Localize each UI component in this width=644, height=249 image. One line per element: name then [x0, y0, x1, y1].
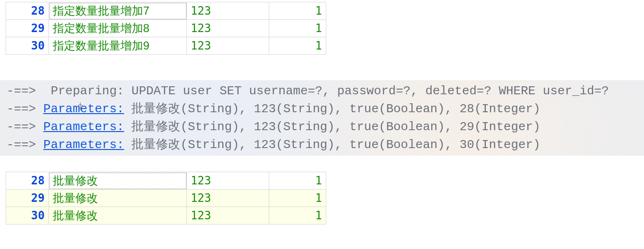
cell-name[interactable]: 指定数量批量增加7 — [49, 2, 187, 20]
cell-deleted[interactable]: 1 — [269, 20, 326, 37]
cell-deleted[interactable]: 1 — [269, 37, 326, 55]
cell-password[interactable]: 123 — [187, 2, 269, 20]
cell-password-text: 123 — [187, 37, 269, 54]
cell-deleted[interactable]: 1 — [269, 172, 326, 190]
log-preparing-label: Preparing: — [51, 84, 124, 98]
log-parameters-link[interactable]: Parameters: — [43, 138, 124, 152]
log-line-parameters: -==> Parameters: 批量修改(String), 123(Strin… — [7, 136, 644, 154]
cell-deleted[interactable]: 1 — [269, 2, 326, 20]
cell-deleted[interactable]: 1 — [269, 207, 326, 224]
table-row[interactable]: 30 批量修改 123 1 — [6, 207, 326, 224]
log-line-parameters: -==> Parameters: 批量修改(String), 123(Strin… — [7, 100, 644, 118]
cell-deleted-text: 1 — [269, 190, 326, 207]
cell-name[interactable]: 批量修改 — [49, 190, 187, 207]
table-row[interactable]: 29 批量修改 123 1 — [6, 190, 326, 207]
log-arrow: -==> — [7, 138, 36, 152]
cell-name[interactable]: 指定数量批量增加9 — [49, 37, 187, 55]
log-spacer — [36, 120, 43, 134]
sql-log-panel[interactable]: -==> Preparing: UPDATE user SET username… — [0, 80, 644, 156]
cell-password[interactable]: 123 — [187, 37, 269, 55]
cell-name-text: 指定数量批量增加7 — [49, 2, 186, 19]
db-grid-before-body: 28 指定数量批量增加7 123 1 29 指定数量批量增加8 123 1 30… — [6, 2, 326, 55]
cell-name-text: 批量修改 — [49, 190, 186, 207]
cell-deleted-text: 1 — [269, 207, 326, 224]
cell-password-text: 123 — [187, 190, 269, 207]
cell-name-text: 指定数量批量增加8 — [49, 20, 186, 37]
cell-id[interactable]: 28 — [6, 2, 49, 20]
cell-password-text: 123 — [187, 20, 269, 37]
log-arrow: -==> — [7, 120, 36, 134]
log-param-values: 批量修改(String), 123(String), true(Boolean)… — [131, 138, 540, 152]
log-arrow: -==> — [7, 84, 36, 98]
cell-deleted-text: 1 — [269, 2, 326, 19]
table-row[interactable]: 28 指定数量批量增加7 123 1 — [6, 2, 326, 20]
table-row[interactable]: 29 指定数量批量增加8 123 1 — [6, 20, 326, 37]
cell-id-text: 28 — [6, 2, 48, 19]
log-sql-text: UPDATE user SET username=?, password=?, … — [131, 84, 609, 98]
db-grid-before[interactable]: 28 指定数量批量增加7 123 1 29 指定数量批量增加8 123 1 30… — [6, 2, 326, 55]
cell-deleted-text: 1 — [269, 172, 326, 189]
cell-password[interactable]: 123 — [187, 207, 269, 224]
cell-password-text: 123 — [187, 2, 269, 19]
cell-id[interactable]: 29 — [6, 190, 49, 207]
log-spacer — [36, 84, 50, 98]
cell-id-text: 28 — [6, 172, 48, 189]
log-parameters-link[interactable]: Parameters: — [43, 102, 124, 116]
cell-name-text: 批量修改 — [49, 172, 186, 189]
cell-name[interactable]: 指定数量批量增加8 — [49, 20, 187, 37]
cell-name-text: 批量修改 — [49, 207, 186, 224]
cell-name[interactable]: 批量修改 — [49, 207, 187, 224]
cell-deleted-text: 1 — [269, 20, 326, 37]
cell-name-text: 指定数量批量增加9 — [49, 37, 186, 54]
log-arrow: -==> — [7, 102, 36, 116]
cell-id[interactable]: 29 — [6, 20, 49, 37]
cell-password-text: 123 — [187, 172, 269, 189]
cell-password-text: 123 — [187, 207, 269, 224]
cell-id[interactable]: 30 — [6, 37, 49, 55]
log-spacer — [36, 138, 43, 152]
cell-id-text: 30 — [6, 207, 48, 224]
log-spacer — [124, 102, 132, 116]
table-row[interactable]: 28 批量修改 123 1 — [6, 172, 326, 190]
log-line-parameters: -==> Parameters: 批量修改(String), 123(Strin… — [7, 118, 644, 136]
log-spacer — [124, 120, 132, 134]
cell-id[interactable]: 28 — [6, 172, 49, 190]
cell-name[interactable]: 批量修改 — [49, 172, 187, 190]
cell-deleted[interactable]: 1 — [269, 190, 326, 207]
log-param-values: 批量修改(String), 123(String), true(Boolean)… — [131, 120, 540, 134]
table-row[interactable]: 30 指定数量批量增加9 123 1 — [6, 37, 326, 55]
cell-id-text: 29 — [6, 20, 48, 37]
cell-id[interactable]: 30 — [6, 207, 49, 224]
cell-id-text: 29 — [6, 190, 48, 207]
log-spacer — [36, 102, 43, 116]
cell-id-text: 30 — [6, 37, 48, 54]
db-grid-after[interactable]: 28 批量修改 123 1 29 批量修改 123 1 30 批量修改 123 … — [6, 172, 326, 224]
log-parameters-link[interactable]: Parameters: — [43, 120, 124, 134]
db-grid-after-body: 28 批量修改 123 1 29 批量修改 123 1 30 批量修改 123 … — [6, 172, 326, 224]
log-spacer — [124, 84, 132, 98]
log-spacer — [124, 138, 132, 152]
log-line-preparing: -==> Preparing: UPDATE user SET username… — [7, 82, 644, 100]
cell-password[interactable]: 123 — [187, 190, 269, 207]
cell-deleted-text: 1 — [269, 37, 326, 54]
cell-password[interactable]: 123 — [187, 20, 269, 37]
cell-password[interactable]: 123 — [187, 172, 269, 190]
log-param-values: 批量修改(String), 123(String), true(Boolean)… — [131, 102, 540, 116]
